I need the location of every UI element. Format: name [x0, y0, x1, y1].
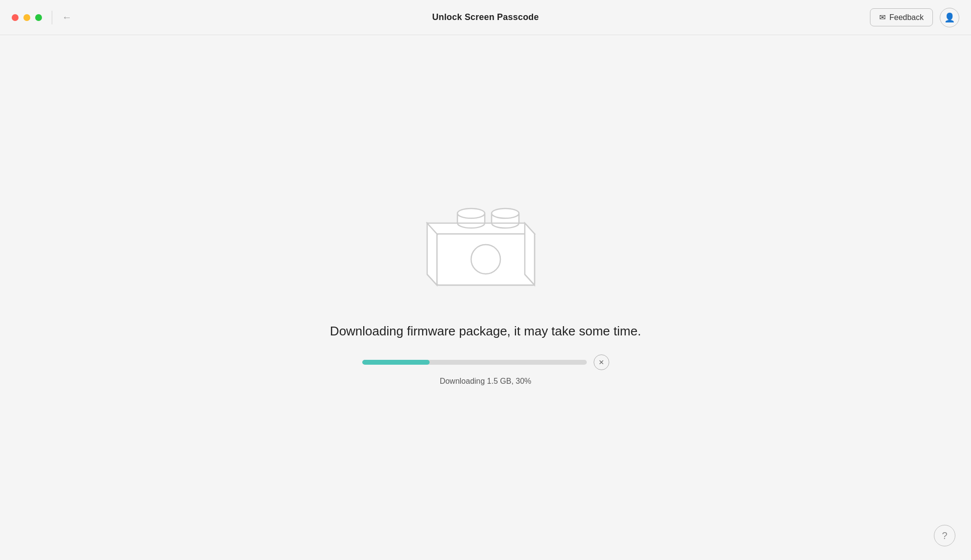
- feedback-button[interactable]: ✉ Feedback: [870, 8, 933, 26]
- back-button[interactable]: ←: [62, 12, 72, 23]
- main-content: Downloading firmware package, it may tak…: [0, 35, 971, 560]
- svg-point-9: [457, 208, 485, 218]
- cancel-download-button[interactable]: ✕: [594, 354, 609, 370]
- user-icon: 👤: [944, 12, 955, 23]
- close-button[interactable]: [12, 14, 19, 21]
- mail-icon: ✉: [879, 13, 886, 22]
- svg-point-13: [471, 245, 500, 274]
- close-icon: ✕: [599, 358, 604, 366]
- lego-svg: [422, 180, 549, 292]
- page-title: Unlock Screen Passcode: [432, 12, 539, 22]
- status-text: Downloading firmware package, it may tak…: [330, 324, 641, 339]
- progress-bar-track: [362, 360, 587, 365]
- maximize-button[interactable]: [35, 14, 42, 21]
- titlebar-divider: [52, 11, 52, 24]
- minimize-button[interactable]: [23, 14, 30, 21]
- user-account-button[interactable]: 👤: [940, 8, 959, 27]
- window-controls: [12, 14, 42, 21]
- back-icon: ←: [62, 12, 72, 23]
- firmware-illustration: [422, 180, 549, 294]
- help-button[interactable]: ?: [934, 525, 955, 546]
- progress-area: ✕ Downloading 1.5 GB, 30%: [362, 354, 609, 386]
- progress-row: ✕: [362, 354, 609, 370]
- feedback-label: Feedback: [889, 13, 924, 22]
- titlebar-actions: ✉ Feedback 👤: [870, 8, 959, 27]
- progress-bar-fill: [362, 360, 430, 365]
- progress-label: Downloading 1.5 GB, 30%: [440, 377, 532, 386]
- titlebar: ← Unlock Screen Passcode ✉ Feedback 👤: [0, 0, 971, 35]
- svg-point-12: [492, 208, 519, 218]
- help-icon: ?: [942, 530, 947, 541]
